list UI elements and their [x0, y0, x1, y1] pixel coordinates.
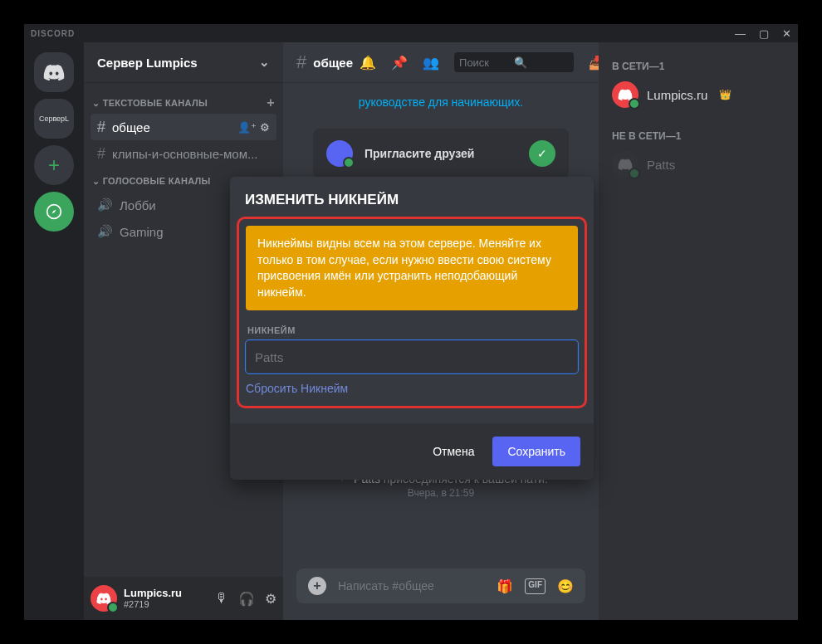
nickname-field-label: НИКНЕЙМ [247, 325, 576, 335]
nickname-input[interactable] [246, 340, 578, 373]
nickname-warning: Никнеймы видны всем на этом сервере. Мен… [246, 226, 578, 310]
modal-title: ИЗМЕНИТЬ НИКНЕЙМ [230, 177, 594, 217]
cancel-button[interactable]: Отмена [421, 437, 486, 466]
reset-nickname-link[interactable]: Сбросить Никнейм [246, 382, 348, 395]
app-window: DISCORD — ▢ ✕ СерверL + Сервер Lumpics ⌄ [24, 24, 798, 620]
save-button[interactable]: Сохранить [492, 437, 580, 466]
change-nickname-modal: ИЗМЕНИТЬ НИКНЕЙМ Никнеймы видны всем на … [230, 177, 594, 480]
modal-footer: Отмена Сохранить [230, 423, 594, 480]
highlight-box: Никнеймы видны всем на этом сервере. Мен… [237, 217, 587, 408]
